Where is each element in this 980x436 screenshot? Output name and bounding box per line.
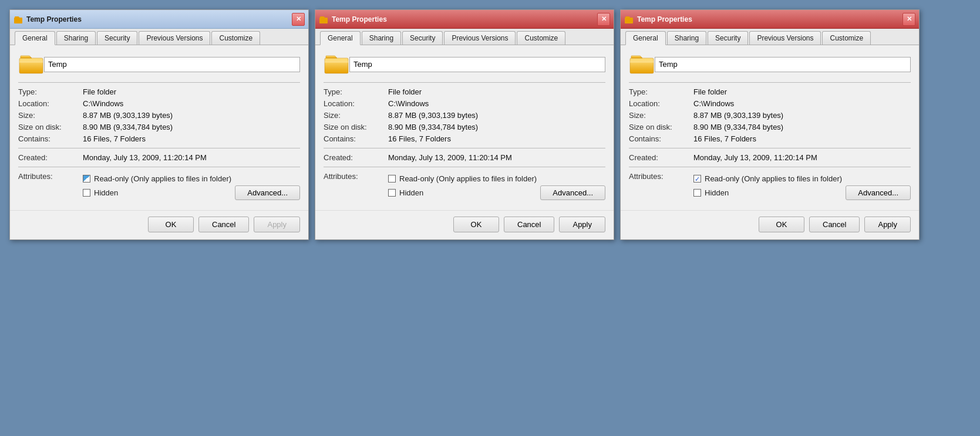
cancel-button[interactable]: Cancel (198, 217, 249, 232)
title-icon (624, 15, 634, 24)
type-label: Type: (18, 87, 83, 96)
svg-rect-2 (19, 60, 43, 63)
ok-button[interactable]: OK (148, 217, 194, 232)
created-row: Created: Monday, July 13, 2009, 11:20:14… (629, 153, 911, 162)
tab-general[interactable]: General (320, 31, 361, 45)
readonly-label: Read-only (Only applies to files in fold… (94, 174, 231, 183)
svg-rect-8 (630, 60, 654, 63)
size-on-disk-value: 8.90 MB (9,334,784 bytes) (693, 123, 783, 131)
tab-sharing[interactable]: Sharing (667, 31, 706, 45)
location-label: Location: (324, 99, 388, 108)
contains-row: Contains: 16 Files, 7 Folders (629, 134, 911, 143)
checkbox-readonly-indicator (83, 175, 90, 182)
size-on-disk-row: Size on disk: 8.90 MB (9,334,784 bytes) (629, 123, 911, 131)
type-row: Type: File folder (18, 87, 300, 96)
svg-rect-5 (325, 60, 348, 63)
size-value: 8.87 MB (9,303,139 bytes) (693, 111, 783, 120)
hidden-row: Hidden (693, 188, 729, 197)
tab-security[interactable]: Security (708, 31, 748, 45)
close-button[interactable]: ✕ (292, 13, 305, 26)
folder-name-input[interactable] (44, 57, 300, 72)
dialog-2: Temp Properties ✕ GeneralSharingSecurity… (315, 9, 614, 240)
advanced-row: Hidden Advanced... (388, 185, 605, 200)
ok-button[interactable]: OK (759, 217, 804, 232)
location-label: Location: (18, 99, 83, 108)
close-button[interactable]: ✕ (902, 13, 915, 26)
tabs-bar: GeneralSharingSecurityPrevious VersionsC… (315, 29, 614, 45)
tab-customize[interactable]: Customize (211, 31, 260, 45)
type-value: File folder (693, 87, 727, 96)
folder-icon (18, 52, 44, 76)
dialog-3: Temp Properties ✕ GeneralSharingSecurity… (620, 9, 920, 240)
hidden-row: Hidden (388, 188, 423, 197)
attributes-section: Attributes: Read-only (Only applies to f… (324, 172, 605, 200)
tab-sharing[interactable]: Sharing (56, 31, 96, 45)
divider-2 (324, 148, 605, 148)
location-row: Location: C:\Windows (324, 99, 605, 108)
divider-3 (324, 167, 605, 167)
tab-security[interactable]: Security (402, 31, 443, 45)
contains-label: Contains: (324, 134, 388, 143)
hidden-label: Hidden (399, 188, 423, 197)
tab-customize[interactable]: Customize (822, 31, 871, 45)
folder-name-input[interactable] (655, 57, 911, 72)
location-value: C:\Windows (388, 99, 429, 108)
size-label: Size: (629, 111, 693, 120)
svg-rect-1 (19, 58, 43, 73)
title-text: Temp Properties (332, 15, 597, 23)
size-on-disk-value: 8.90 MB (9,334,784 bytes) (388, 123, 478, 131)
cancel-button[interactable]: Cancel (504, 217, 554, 232)
checkbox-hidden-indicator (83, 189, 90, 197)
tab-security[interactable]: Security (97, 31, 137, 45)
tab-general[interactable]: General (15, 31, 55, 45)
cancel-button[interactable]: Cancel (809, 217, 860, 232)
title-text: Temp Properties (26, 15, 292, 23)
folder-header (324, 52, 605, 76)
folder-icon (629, 52, 655, 76)
size-label: Size: (324, 111, 388, 120)
contains-row: Contains: 16 Files, 7 Folders (18, 134, 300, 143)
close-button[interactable]: ✕ (597, 13, 610, 26)
location-row: Location: C:\Windows (18, 99, 300, 108)
created-label: Created: (324, 153, 388, 162)
contains-label: Contains: (629, 134, 693, 143)
size-on-disk-label: Size on disk: (18, 123, 83, 131)
tab-previous-versions[interactable]: Previous Versions (139, 31, 210, 45)
type-value: File folder (83, 87, 116, 96)
ok-button[interactable]: OK (453, 217, 499, 232)
apply-button[interactable]: Apply (559, 217, 605, 232)
folder-name-input[interactable] (349, 57, 605, 72)
advanced-button[interactable]: Advanced... (235, 185, 300, 200)
divider-2 (18, 148, 300, 148)
readonly-label: Read-only (Only applies to files in fold… (705, 174, 842, 183)
attributes-section: Attributes: ✓ Read-only (Only applies to… (629, 172, 911, 200)
size-on-disk-row: Size on disk: 8.90 MB (9,334,784 bytes) (18, 123, 300, 131)
advanced-button[interactable]: Advanced... (846, 185, 911, 200)
tab-previous-versions[interactable]: Previous Versions (749, 31, 821, 45)
attributes-controls: Read-only (Only applies to files in fold… (83, 172, 300, 200)
tab-previous-versions[interactable]: Previous Versions (444, 31, 516, 45)
location-label: Location: (629, 99, 693, 108)
apply-button[interactable]: Apply (254, 217, 300, 232)
advanced-row: Hidden Advanced... (83, 185, 300, 200)
checkbox-readonly-indicator: ✓ (693, 175, 701, 182)
readonly-row: Read-only (Only applies to files in fold… (83, 174, 300, 183)
readonly-label: Read-only (Only applies to files in fold… (399, 174, 537, 183)
hidden-row: Hidden (83, 188, 118, 197)
title-text: Temp Properties (637, 15, 902, 23)
type-value: File folder (388, 87, 422, 96)
tab-sharing[interactable]: Sharing (362, 31, 401, 45)
apply-button[interactable]: Apply (864, 217, 911, 232)
advanced-button[interactable]: Advanced... (540, 185, 605, 200)
size-value: 8.87 MB (9,303,139 bytes) (388, 111, 478, 120)
tab-general[interactable]: General (625, 31, 666, 45)
dialog-body: Type: File folder Location: C:\Windows S… (315, 45, 614, 210)
created-value: Monday, July 13, 2009, 11:20:14 PM (83, 153, 207, 162)
contains-value: 16 Files, 7 Folders (83, 134, 146, 143)
size-row: Size: 8.87 MB (9,303,139 bytes) (324, 111, 605, 120)
created-value: Monday, July 13, 2009, 11:20:14 PM (388, 153, 512, 162)
advanced-row: Hidden Advanced... (693, 185, 911, 200)
hidden-label: Hidden (705, 188, 729, 197)
tab-customize[interactable]: Customize (517, 31, 565, 45)
contains-row: Contains: 16 Files, 7 Folders (324, 134, 605, 143)
